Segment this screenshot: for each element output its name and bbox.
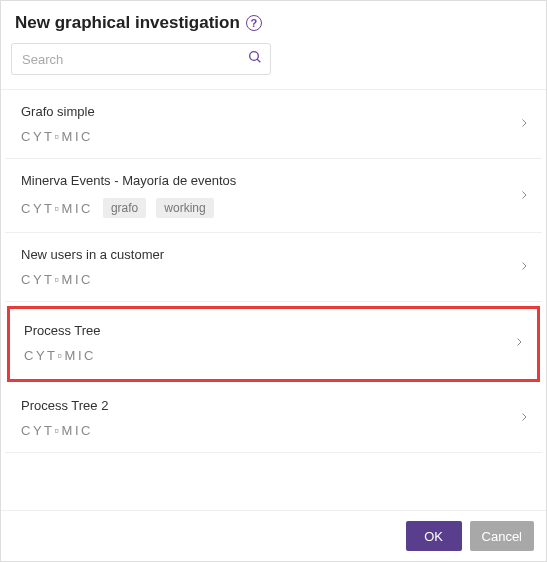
brand-label: CYT▫MIC bbox=[24, 348, 96, 363]
chevron-right-icon bbox=[518, 408, 530, 430]
item-subline: CYT▫MIC bbox=[21, 272, 526, 287]
search-section bbox=[1, 43, 546, 89]
help-icon[interactable]: ? bbox=[246, 15, 262, 31]
search-box bbox=[11, 43, 271, 75]
chevron-right-icon bbox=[518, 114, 530, 136]
item-subline: CYT▫MICgrafoworking bbox=[21, 198, 526, 218]
dialog-footer: OK Cancel bbox=[1, 510, 546, 561]
ok-button[interactable]: OK bbox=[406, 521, 462, 551]
brand-label: CYT▫MIC bbox=[21, 272, 93, 287]
list-item[interactable]: Process Tree 2CYT▫MIC bbox=[5, 386, 542, 453]
dialog-title: New graphical investigation bbox=[15, 13, 240, 33]
chevron-right-icon bbox=[518, 186, 530, 208]
list-item[interactable]: Process TreeCYT▫MIC bbox=[7, 306, 540, 382]
dialog-header: New graphical investigation ? bbox=[1, 1, 546, 43]
list-item[interactable]: Grafo simpleCYT▫MIC bbox=[5, 92, 542, 159]
item-subline: CYT▫MIC bbox=[21, 423, 526, 438]
item-title: Minerva Events - Mayoría de eventos bbox=[21, 173, 526, 188]
search-input[interactable] bbox=[11, 43, 271, 75]
item-subline: CYT▫MIC bbox=[21, 129, 526, 144]
brand-label: CYT▫MIC bbox=[21, 201, 93, 216]
chevron-right-icon bbox=[518, 257, 530, 279]
item-title: New users in a customer bbox=[21, 247, 526, 262]
item-subline: CYT▫MIC bbox=[24, 348, 523, 363]
brand-label: CYT▫MIC bbox=[21, 423, 93, 438]
list-item[interactable]: Minerva Events - Mayoría de eventosCYT▫M… bbox=[5, 161, 542, 233]
brand-label: CYT▫MIC bbox=[21, 129, 93, 144]
item-title: Grafo simple bbox=[21, 104, 526, 119]
tag: grafo bbox=[103, 198, 146, 218]
chevron-right-icon bbox=[513, 333, 525, 355]
list-item[interactable]: New users in a customerCYT▫MIC bbox=[5, 235, 542, 302]
cancel-button[interactable]: Cancel bbox=[470, 521, 534, 551]
investigation-list[interactable]: Grafo simpleCYT▫MICMinerva Events - Mayo… bbox=[1, 89, 546, 510]
tag: working bbox=[156, 198, 213, 218]
item-title: Process Tree 2 bbox=[21, 398, 526, 413]
item-title: Process Tree bbox=[24, 323, 523, 338]
